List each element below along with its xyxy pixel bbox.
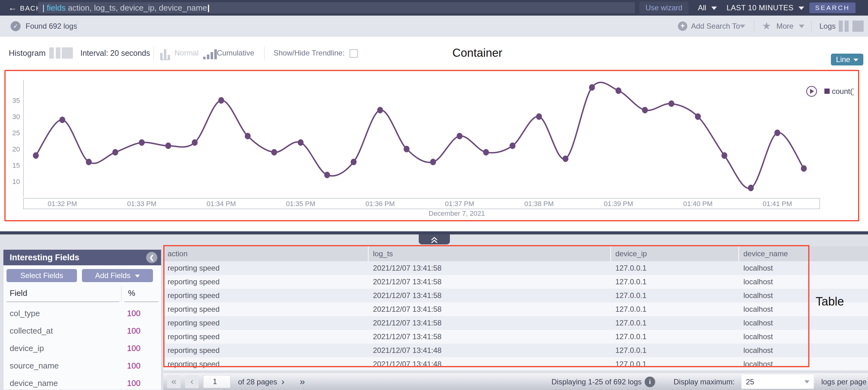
data-point[interactable] bbox=[33, 152, 39, 159]
data-point[interactable] bbox=[351, 159, 357, 165]
data-point[interactable] bbox=[404, 146, 410, 152]
data-point[interactable] bbox=[695, 114, 701, 120]
data-point[interactable] bbox=[139, 139, 145, 146]
field-row[interactable]: device_name100 bbox=[3, 374, 161, 390]
next-page-button[interactable]: › bbox=[281, 373, 284, 390]
data-point[interactable] bbox=[589, 84, 595, 91]
table-row[interactable]: reporting speed2021/12/07 13:41:48127.0.… bbox=[163, 343, 868, 357]
top-bar: ←BACK | fields action, log_ts, device_ip… bbox=[0, 0, 868, 16]
info-icon[interactable]: i bbox=[645, 377, 655, 387]
table-cell: reporting speed bbox=[163, 275, 369, 289]
table-row[interactable]: reporting speed2021/12/07 13:41:48127.0.… bbox=[163, 357, 868, 370]
data-point[interactable] bbox=[298, 139, 304, 146]
scope-dropdown[interactable]: All bbox=[698, 0, 717, 16]
interval-label: Interval: 20 seconds bbox=[81, 37, 150, 69]
data-point[interactable] bbox=[245, 133, 251, 139]
select-fields-button[interactable]: Select Fields bbox=[6, 269, 77, 282]
last-page-button[interactable]: » bbox=[300, 373, 305, 390]
previous-page-button[interactable]: ‹ bbox=[185, 375, 199, 388]
normal-histogram-icon[interactable] bbox=[160, 49, 170, 60]
column-header-device_name[interactable]: device_name bbox=[739, 246, 868, 261]
table-row[interactable]: reporting speed2021/12/07 13:41:58127.0.… bbox=[163, 275, 868, 289]
table-row[interactable]: reporting speed2021/12/07 13:41:58127.0.… bbox=[163, 289, 868, 302]
full-layout-icon[interactable] bbox=[62, 48, 73, 59]
page-number-input[interactable] bbox=[203, 375, 230, 388]
field-column-header: Field bbox=[10, 288, 27, 298]
chart-type-dropdown[interactable]: Line bbox=[831, 54, 863, 65]
interesting-fields-panel: Interesting Fields ❮ Select Fields Add F… bbox=[3, 249, 161, 390]
data-point[interactable] bbox=[801, 165, 807, 172]
data-point[interactable] bbox=[430, 159, 436, 165]
data-point[interactable] bbox=[457, 133, 463, 139]
table-cell: 2021/12/07 13:41:58 bbox=[369, 275, 611, 289]
field-row[interactable]: device_ip100 bbox=[3, 339, 161, 357]
y-tick-label: 25 bbox=[12, 129, 20, 137]
table-row[interactable]: reporting speed2021/12/07 13:41:58127.0.… bbox=[163, 302, 868, 316]
table-row[interactable]: reporting speed2021/12/07 13:41:58127.0.… bbox=[163, 316, 868, 330]
table-cell: 127.0.0.1 bbox=[611, 289, 739, 302]
data-point[interactable] bbox=[60, 117, 65, 123]
table-row[interactable]: reporting speed2021/12/07 13:41:58127.0.… bbox=[163, 261, 868, 275]
split-layout-icon[interactable] bbox=[49, 48, 60, 59]
panel-title: Interesting Fields bbox=[10, 250, 80, 265]
column-header-log_ts[interactable]: log_ts bbox=[369, 246, 611, 261]
field-row[interactable]: source_name100 bbox=[3, 357, 161, 374]
data-point[interactable] bbox=[192, 139, 198, 146]
data-point[interactable] bbox=[669, 100, 675, 107]
chart-canvas: 353025201510 01:32 PM01:33 PM01:34 PM01:… bbox=[0, 75, 854, 218]
search-button[interactable]: SEARCH bbox=[809, 2, 856, 13]
table-cell: 127.0.0.1 bbox=[611, 330, 739, 343]
data-point[interactable] bbox=[271, 149, 277, 156]
data-point[interactable] bbox=[721, 152, 727, 159]
data-point[interactable] bbox=[86, 159, 92, 165]
add-fields-dropdown[interactable]: Add Fields bbox=[82, 269, 153, 282]
field-percent: 100 bbox=[106, 357, 141, 374]
data-point[interactable] bbox=[616, 87, 622, 94]
column-header-action[interactable]: action bbox=[163, 246, 369, 261]
of-pages-label: of 28 pages bbox=[238, 373, 277, 390]
field-percent: 100 bbox=[106, 339, 141, 357]
table-cell: 127.0.0.1 bbox=[611, 343, 739, 357]
table-cell: reporting speed bbox=[163, 330, 369, 343]
data-point[interactable] bbox=[377, 107, 383, 114]
chevron-down-icon[interactable] bbox=[799, 25, 804, 28]
field-row[interactable]: collected_at100 bbox=[3, 322, 161, 339]
table-row[interactable]: reporting speed2021/12/07 13:41:58127.0.… bbox=[163, 330, 868, 343]
add-search-to-dropdown[interactable]: Add Search To bbox=[691, 16, 740, 37]
data-point[interactable] bbox=[563, 156, 568, 162]
field-name: col_type bbox=[10, 305, 40, 322]
data-point[interactable] bbox=[748, 185, 754, 191]
use-wizard-link[interactable]: Use wizard bbox=[639, 2, 688, 14]
data-point[interactable] bbox=[536, 114, 542, 120]
search-query-input[interactable]: | fields action, log_ts, device_ip, devi… bbox=[38, 2, 635, 13]
data-point[interactable] bbox=[324, 172, 330, 178]
column-header-device_ip[interactable]: device_ip bbox=[611, 246, 739, 261]
query-keyword: fields bbox=[47, 3, 66, 12]
more-dropdown[interactable]: More bbox=[776, 16, 794, 37]
trendline-checkbox[interactable] bbox=[349, 49, 358, 58]
back-button[interactable]: ←BACK bbox=[8, 0, 41, 16]
data-point[interactable] bbox=[165, 143, 172, 149]
display-maximum-select[interactable]: 25 bbox=[742, 375, 814, 389]
cumulative-mode-button[interactable]: Cumulative bbox=[217, 37, 254, 69]
field-percent: 100 bbox=[106, 374, 141, 390]
table-cell: reporting speed bbox=[163, 357, 369, 370]
chevron-down-icon[interactable] bbox=[740, 25, 745, 28]
data-point[interactable] bbox=[218, 97, 224, 104]
data-point[interactable] bbox=[775, 130, 780, 136]
split-view-toggle-icon[interactable] bbox=[839, 21, 849, 32]
data-point[interactable] bbox=[642, 107, 648, 114]
data-point[interactable] bbox=[113, 149, 118, 156]
first-page-button[interactable]: « bbox=[167, 375, 181, 388]
data-point[interactable] bbox=[483, 149, 489, 156]
cumulative-histogram-icon[interactable] bbox=[203, 49, 217, 59]
data-point[interactable] bbox=[510, 143, 516, 149]
single-view-toggle-icon[interactable] bbox=[852, 21, 864, 32]
field-row[interactable]: col_type100 bbox=[3, 305, 161, 322]
time-range-label: LAST 10 MINUTES bbox=[726, 3, 794, 12]
collapse-panel-button[interactable]: ❮ bbox=[146, 252, 157, 263]
normal-mode-button[interactable]: Normal bbox=[175, 37, 198, 69]
table-cell: 2021/12/07 13:41:48 bbox=[369, 357, 611, 370]
time-range-dropdown[interactable]: LAST 10 MINUTES bbox=[726, 0, 804, 16]
collapse-table-handle[interactable]: ···· bbox=[419, 234, 450, 244]
